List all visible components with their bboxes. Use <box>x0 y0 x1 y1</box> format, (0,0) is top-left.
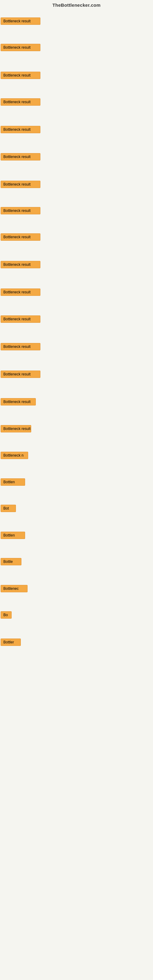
bottleneck-badge-4[interactable]: Bottleneck result <box>1 98 40 106</box>
bottleneck-badge-7[interactable]: Bottleneck result <box>1 181 40 188</box>
bottleneck-result-row: Bottleneck result <box>1 261 40 269</box>
bottleneck-badge-24[interactable]: Bottler <box>1 638 21 646</box>
bottleneck-badge-12[interactable]: Bottleneck result <box>1 315 40 323</box>
bottleneck-result-row: Bottleneck result <box>1 126 40 134</box>
bottleneck-badge-3[interactable]: Bottleneck result <box>1 72 40 79</box>
bottleneck-result-row: Bottle <box>1 558 21 566</box>
bottleneck-result-row: Bottleneck result <box>1 72 40 80</box>
bottleneck-result-row: Bottlenec <box>1 585 27 593</box>
bottleneck-badge-19[interactable]: Bot <box>1 505 16 512</box>
bottleneck-result-row: Bot <box>1 505 16 513</box>
bottleneck-badge-14[interactable]: Bottleneck result <box>1 371 40 378</box>
bottleneck-badge-21[interactable]: Bottle <box>1 558 21 565</box>
bottleneck-badge-23[interactable]: Bo <box>1 611 12 619</box>
bottleneck-badge-15[interactable]: Bottleneck result <box>1 398 36 406</box>
bottleneck-result-row: Bottler <box>1 638 21 647</box>
bottleneck-badge-18[interactable]: Bottlen <box>1 478 25 486</box>
bottleneck-badge-6[interactable]: Bottleneck result <box>1 153 40 161</box>
bottleneck-result-row: Bottleneck n <box>1 452 28 460</box>
bottleneck-result-row: Bottleneck result <box>1 315 40 324</box>
bottleneck-result-row: Bottleneck result <box>1 398 36 407</box>
bottleneck-result-row: Bottleneck result <box>1 44 40 52</box>
bottleneck-badge-16[interactable]: Bottleneck result <box>1 425 31 433</box>
bottleneck-badge-8[interactable]: Bottleneck result <box>1 207 40 215</box>
bottleneck-badge-5[interactable]: Bottleneck result <box>1 126 40 133</box>
bottleneck-result-row: Bottleneck result <box>1 181 40 189</box>
site-header: TheBottlenecker.com <box>0 0 153 9</box>
bottleneck-result-row: Bottleneck result <box>1 425 31 434</box>
bottleneck-result-row: Bottleneck result <box>1 371 40 379</box>
bottleneck-result-row: Bo <box>1 611 12 620</box>
bottleneck-badge-9[interactable]: Bottleneck result <box>1 233 40 241</box>
bottleneck-result-row: Bottleneck result <box>1 153 40 162</box>
bottleneck-badge-22[interactable]: Bottlenec <box>1 585 27 592</box>
bottleneck-badge-13[interactable]: Bottleneck result <box>1 343 40 350</box>
bottleneck-badge-17[interactable]: Bottleneck n <box>1 452 28 459</box>
bottleneck-badge-11[interactable]: Bottleneck result <box>1 288 40 296</box>
bottleneck-result-row: Bottleneck result <box>1 343 40 352</box>
bottleneck-result-row: Bottleneck result <box>1 18 40 26</box>
bottleneck-result-row: Bottleneck result <box>1 98 40 107</box>
bottleneck-result-row: Bottleneck result <box>1 288 40 297</box>
bottleneck-result-row: Bottleneck result <box>1 207 40 216</box>
bottleneck-result-row: Bottleneck result <box>1 233 40 242</box>
bottleneck-badge-10[interactable]: Bottleneck result <box>1 261 40 268</box>
bottleneck-badge-1[interactable]: Bottleneck result <box>1 18 40 25</box>
bottleneck-result-row: Bottlen <box>1 531 25 540</box>
bottleneck-result-row: Bottlen <box>1 478 25 487</box>
bottleneck-badge-2[interactable]: Bottleneck result <box>1 44 40 51</box>
bottleneck-badge-20[interactable]: Bottlen <box>1 531 25 539</box>
